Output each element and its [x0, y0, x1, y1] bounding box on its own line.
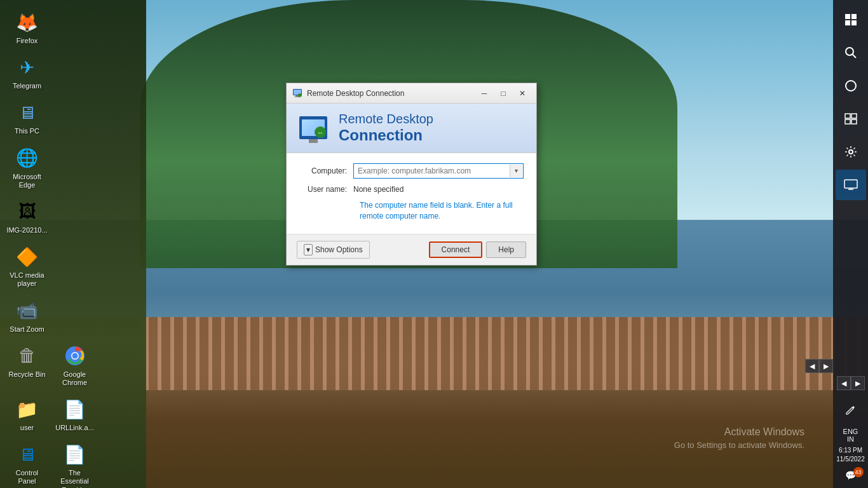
dialog-body: Computer: ▾ User name: None specified Th…	[287, 152, 536, 234]
computer-dropdown-arrow[interactable]: ▾	[510, 165, 522, 177]
rumi-label: The Essential Rumi by Jal...	[54, 469, 95, 488]
desktop-icon-rumi[interactable]: 📄 The Essential Rumi by Jal...	[51, 438, 98, 488]
user-label: user	[20, 424, 34, 432]
svg-rect-4	[851, 14, 857, 19]
show-options-label: Show Options	[315, 245, 363, 254]
desktop-icon-telegram[interactable]: ✈ Telegram	[3, 51, 51, 93]
notification-badge: 43	[853, 467, 864, 477]
chrome-label: Google Chrome	[54, 370, 95, 387]
svg-rect-13	[851, 119, 857, 124]
cortana-icon	[844, 79, 857, 92]
desktop-icon-zoom[interactable]: 📹 Start Zoom	[3, 295, 51, 337]
computer-label: Computer:	[299, 166, 353, 175]
svg-line-8	[852, 55, 856, 58]
rdp-sidebar-button[interactable]	[836, 170, 866, 200]
edit-icon	[845, 404, 857, 416]
dialog-header: ↔ Remote Desktop Connection	[287, 104, 536, 152]
url-icon: 📄	[62, 396, 88, 422]
computer-input[interactable]	[353, 163, 524, 179]
desktop-icon-this-pc[interactable]: 🖥 This PC	[3, 97, 51, 139]
recycle-icon: 🗑	[15, 343, 40, 369]
svg-point-7	[846, 48, 853, 55]
maximize-button[interactable]: □	[494, 86, 512, 100]
svg-rect-12	[845, 119, 850, 124]
cortana-button[interactable]	[836, 71, 866, 101]
dialog-title-text: Remote Desktop Connection	[307, 89, 475, 98]
this-pc-icon: 🖥	[15, 100, 40, 125]
dialog-header-line1: Remote Desktop	[339, 111, 433, 126]
svg-rect-10	[845, 114, 850, 118]
recycle-label: Recycle Bin	[8, 370, 45, 379]
computer-row: Computer: ▾	[299, 163, 524, 179]
monitor-icon: ↔	[299, 116, 327, 139]
taskview-button[interactable]	[836, 104, 866, 134]
vlc-icon: 🔶	[15, 244, 40, 269]
connect-button[interactable]: Connect	[429, 241, 483, 258]
desktop: Activate Windows Go to Settings to activ…	[0, 0, 868, 488]
img-icon: 🖼	[15, 199, 40, 224]
svg-text:↔: ↔	[299, 93, 302, 97]
username-value: None specified	[353, 185, 403, 194]
dialog-titlebar: ↔ Remote Desktop Connection ─ □ ✕	[287, 83, 536, 104]
bg-balustrade	[140, 317, 868, 390]
dialog-header-title: Remote Desktop Connection	[339, 111, 433, 145]
dialog-footer-buttons: Connect Help	[429, 241, 526, 258]
chrome-icon	[62, 343, 88, 369]
username-row: User name: None specified	[299, 185, 524, 194]
rdp-sidebar-icon	[844, 179, 858, 191]
clock: 6:13 PM 11/5/2022	[836, 446, 865, 464]
zoom-label: Start Zoom	[10, 325, 44, 334]
desktop-icon-edge[interactable]: 🌐 Microsoft Edge	[3, 142, 51, 193]
desktop-icon-url[interactable]: 📄 URLLink.a...	[51, 393, 98, 435]
scroll-right-arrow[interactable]: ▶	[851, 376, 865, 390]
firefox-icon: 🦊	[15, 10, 40, 35]
telegram-label: Telegram	[13, 82, 41, 90]
desktop-icon-vlc[interactable]: 🔶 VLC media player	[3, 241, 51, 291]
settings-button[interactable]	[836, 137, 866, 167]
desktop-icons-container: 🦊 Firefox ✈ Telegram 🖥 This PC 🌐 Microso…	[0, 0, 98, 488]
search-icon	[844, 46, 857, 59]
right-sidebar: ◀ ▶ ENGIN 6:13 PM 11/5/2022 💬 43	[833, 0, 868, 488]
url-label: URLLink.a...	[55, 424, 94, 432]
start-button[interactable]	[836, 4, 866, 35]
username-label: User name:	[299, 185, 353, 194]
edge-label: Microsoft Edge	[6, 173, 48, 189]
close-button[interactable]: ✕	[513, 86, 531, 100]
dialog-title-icon: ↔	[292, 88, 303, 99]
this-pc-label: This PC	[15, 127, 39, 135]
help-button[interactable]: Help	[486, 241, 526, 258]
svg-rect-11	[851, 114, 857, 118]
desktop-icon-firefox[interactable]: 🦊 Firefox	[3, 6, 51, 48]
options-arrow: ▾	[304, 244, 313, 255]
notification-button[interactable]: 💬 43	[836, 466, 866, 485]
desktop-icon-recycle[interactable]: 🗑 Recycle Bin	[3, 340, 51, 390]
control-icon: 🖥	[15, 442, 40, 467]
svg-rect-3	[845, 14, 850, 19]
language-indicator: ENGIN	[843, 428, 858, 443]
show-options-button[interactable]: ▾ Show Options	[297, 241, 370, 259]
remote-desktop-dialog: ↔ Remote Desktop Connection ─ □ ✕ ↔ Remo…	[286, 83, 537, 266]
control-label: Control Panel	[6, 469, 48, 485]
search-button[interactable]	[836, 37, 866, 68]
rdp-header-icon: ↔	[297, 111, 330, 144]
desktop-icon-chrome[interactable]: Google Chrome	[51, 340, 98, 390]
windows-icon	[844, 13, 857, 26]
desktop-icon-control[interactable]: 🖥 Control Panel	[3, 438, 51, 488]
svg-rect-15	[844, 180, 857, 188]
scroll-left-arrow[interactable]: ◀	[837, 376, 851, 390]
svg-point-9	[846, 81, 856, 91]
user-icon: 📁	[15, 396, 40, 422]
svg-point-14	[849, 150, 853, 154]
telegram-icon: ✈	[15, 55, 40, 80]
img-label: IMG-20210...	[6, 226, 47, 234]
edit-button[interactable]	[836, 395, 866, 425]
minimize-button[interactable]: ─	[475, 86, 493, 100]
scroll-prev[interactable]: ◀	[805, 359, 819, 373]
dialog-titlebar-buttons: ─ □ ✕	[475, 86, 531, 100]
desktop-icon-img[interactable]: 🖼 IMG-20210...	[3, 196, 51, 238]
edge-icon: 🌐	[15, 146, 40, 171]
scroll-arrows-area: ◀ ▶	[805, 359, 833, 373]
firefox-label: Firefox	[17, 37, 38, 45]
desktop-icon-user[interactable]: 📁 user	[3, 393, 51, 435]
scroll-next[interactable]: ▶	[819, 359, 833, 373]
